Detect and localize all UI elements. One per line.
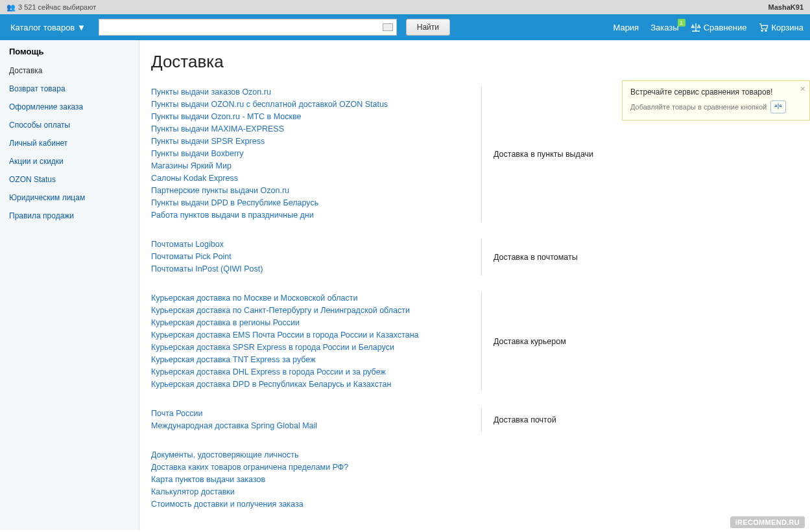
callout-title: Встречайте сервис сравнения товаров! xyxy=(630,87,791,97)
extra-links: Документы, удостоверяющие личностьДостав… xyxy=(151,449,798,511)
main-navbar: Каталог товаров ▼ Найти Мария Заказы 1 С… xyxy=(0,14,810,40)
section: Почта РоссииМеждународная доставка Sprin… xyxy=(151,408,798,432)
page-title: Доставка xyxy=(151,52,798,72)
people-icon: 👥 xyxy=(6,3,16,12)
content-link[interactable]: Салоны Kodak Express xyxy=(151,172,475,185)
section: Курьерская доставка по Москве и Московск… xyxy=(151,292,798,391)
content-link[interactable]: Почтоматы Logibox xyxy=(151,238,475,251)
orders-badge: 1 xyxy=(678,19,685,27)
close-icon[interactable]: × xyxy=(800,84,805,94)
viewers-count: 👥 3 521 сейчас выбирают xyxy=(6,3,96,12)
nav-orders-link[interactable]: Заказы 1 xyxy=(650,23,678,32)
nav-user-link[interactable]: Мария xyxy=(613,23,639,32)
section-links: Курьерская доставка по Москве и Московск… xyxy=(151,292,482,391)
content-link[interactable]: Курьерская доставка TNT Express за рубеж xyxy=(151,354,475,366)
content-link[interactable]: Почтоматы Pick Point xyxy=(151,251,475,263)
viewers-text: 3 521 сейчас выбирают xyxy=(18,3,96,11)
section-links: Почтоматы LogiboxПочтоматы Pick PointПоч… xyxy=(151,238,482,275)
sidebar-title: Помощь xyxy=(0,40,139,62)
main-content: Доставка Пункты выдачи заказов Ozon.ruПу… xyxy=(139,40,810,530)
sidebar-item[interactable]: Личный кабинет xyxy=(0,134,139,152)
section-label: Доставка в пункты выдачи xyxy=(482,150,593,159)
current-user[interactable]: MashaK91 xyxy=(768,3,804,11)
nav-cart-link[interactable]: Корзина xyxy=(758,22,804,32)
compare-callout: × Встречайте сервис сравнения товаров! Д… xyxy=(622,80,810,121)
callout-sub-text: Добавляйте товары в сравнение кнопкой xyxy=(630,103,767,111)
body-wrap: Помощь ДоставкаВозврат товараОформление … xyxy=(0,40,810,530)
content-link[interactable]: Курьерская доставка SPSR Express в город… xyxy=(151,341,475,354)
section-links: Почта РоссииМеждународная доставка Sprin… xyxy=(151,408,482,432)
top-strip: 👥 3 521 сейчас выбирают MashaK91 xyxy=(0,0,810,14)
svg-point-1 xyxy=(765,30,767,31)
scale-badge-icon[interactable] xyxy=(770,100,786,113)
cart-icon xyxy=(758,22,768,32)
content-link[interactable]: Пункты выдачи MAXIMA-EXPRESS xyxy=(151,123,475,135)
content-link[interactable]: Пункты выдачи OZON.ru с бесплатной доста… xyxy=(151,98,475,111)
content-link[interactable]: Курьерская доставка DHL Express в города… xyxy=(151,366,475,378)
catalog-dropdown[interactable]: Каталог товаров ▼ xyxy=(6,20,89,35)
watermark: iRECOMMEND.RU xyxy=(730,516,805,528)
sidebar: Помощь ДоставкаВозврат товараОформление … xyxy=(0,40,139,530)
content-link[interactable]: Курьерская доставка по Санкт-Петербургу … xyxy=(151,305,475,317)
content-link[interactable]: Курьерская доставка DPD в Республиках Бе… xyxy=(151,378,475,391)
content-link[interactable]: Курьерская доставка по Москве и Московск… xyxy=(151,292,475,305)
content-link[interactable]: Пункты выдачи DPD в Республике Беларусь xyxy=(151,197,475,209)
content-link[interactable]: Калькулятор доставки xyxy=(151,486,798,498)
content-link[interactable]: Курьерская доставка EMS Почта России в г… xyxy=(151,329,475,341)
nav-compare-link[interactable]: Сравнение xyxy=(691,22,747,32)
sidebar-item[interactable]: Доставка xyxy=(0,62,139,80)
content-link[interactable]: Партнерские пункты выдачи Ozon.ru xyxy=(151,185,475,197)
sidebar-items: ДоставкаВозврат товараОформление заказаС… xyxy=(0,62,139,225)
svg-point-0 xyxy=(761,30,763,31)
scale-icon xyxy=(691,22,701,32)
content-link[interactable]: Стоимость доставки и получения заказа xyxy=(151,498,798,511)
content-link[interactable]: Почта России xyxy=(151,408,475,420)
sidebar-item[interactable]: Правила продажи xyxy=(0,207,139,225)
content-link[interactable]: Пункты выдачи заказов Ozon.ru xyxy=(151,86,475,98)
content-link[interactable]: Документы, удостоверяющие личность xyxy=(151,449,798,461)
nav-orders-label: Заказы xyxy=(650,23,678,32)
nav-right: Мария Заказы 1 Сравнение Корзина xyxy=(613,22,804,32)
search-wrap xyxy=(99,19,397,36)
sidebar-item[interactable]: Оформление заказа xyxy=(0,98,139,116)
content-link[interactable]: Курьерская доставка в регионы России xyxy=(151,317,475,329)
content-link[interactable]: Почтоматы InPost (QIWI Post) xyxy=(151,263,475,275)
nav-cart-label: Корзина xyxy=(771,23,804,32)
section-links: Пункты выдачи заказов Ozon.ruПункты выда… xyxy=(151,86,482,222)
content-link[interactable]: Международная доставка Spring Global Mai… xyxy=(151,420,475,432)
content-link[interactable]: Карта пунктов выдачи заказов xyxy=(151,474,798,486)
sidebar-item[interactable]: Возврат товара xyxy=(0,80,139,98)
search-input[interactable] xyxy=(99,19,397,36)
content-link[interactable]: Доставка каких товаров ограничена предел… xyxy=(151,461,798,474)
content-link[interactable]: Работа пунктов выдачи в праздничные дни xyxy=(151,209,475,222)
search-button[interactable]: Найти xyxy=(406,19,450,36)
nav-compare-label: Сравнение xyxy=(704,23,747,32)
section-label: Доставка в почтоматы xyxy=(482,253,578,262)
content-link[interactable]: Пункты выдачи Ozon.ru - МТС в Москве xyxy=(151,111,475,123)
sidebar-item[interactable]: Способы оплаты xyxy=(0,116,139,134)
section-label: Доставка курьером xyxy=(482,337,566,346)
section-label: Доставка почтой xyxy=(482,415,556,424)
sidebar-item[interactable]: OZON Status xyxy=(0,170,139,189)
content-link[interactable]: Пункты выдачи SPSR Express xyxy=(151,135,475,148)
section: Почтоматы LogiboxПочтоматы Pick PointПоч… xyxy=(151,238,798,275)
sidebar-item[interactable]: Акции и скидки xyxy=(0,152,139,170)
sidebar-item[interactable]: Юридическим лицам xyxy=(0,189,139,207)
content-link[interactable]: Магазины Яркий Мир xyxy=(151,160,475,172)
content-link[interactable]: Пункты выдачи Boxberry xyxy=(151,148,475,160)
keyboard-icon[interactable] xyxy=(383,23,393,31)
callout-sub: Добавляйте товары в сравнение кнопкой xyxy=(630,100,791,113)
